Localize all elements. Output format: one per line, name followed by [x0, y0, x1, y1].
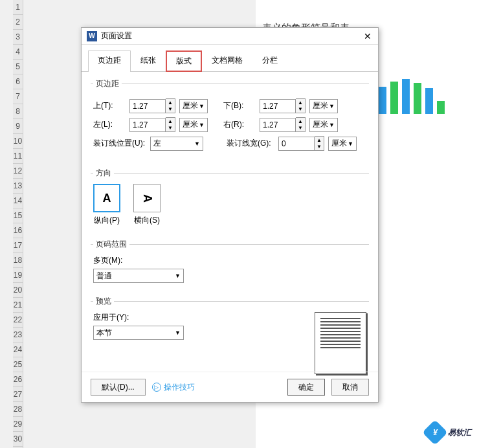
- left-label: 左(L):: [93, 119, 127, 130]
- tab-margins[interactable]: 页边距: [88, 50, 131, 72]
- cancel-button[interactable]: 取消: [331, 379, 369, 396]
- top-label: 上(T):: [93, 100, 127, 111]
- portrait-option[interactable]: A 纵向(P): [93, 184, 120, 226]
- margins-legend: 页边距: [93, 78, 122, 89]
- gutter-pos-select[interactable]: 左▼: [150, 137, 203, 151]
- top-input[interactable]: ▲▼: [129, 98, 175, 113]
- orient-legend: 方向: [93, 168, 114, 179]
- tips-link[interactable]: ▷操作技巧: [152, 382, 195, 393]
- page-portrait-icon: A: [103, 192, 111, 205]
- tab-layout[interactable]: 版式: [166, 50, 202, 72]
- range-legend: 页码范围: [93, 239, 129, 250]
- apply-select[interactable]: 本节▼: [93, 326, 184, 340]
- dialog-title: 页面设置: [101, 30, 362, 41]
- preview-group: 预览 应用于(Y): 本节▼: [91, 296, 369, 382]
- left-input[interactable]: ▲▼: [129, 117, 175, 132]
- spin-down-icon[interactable]: ▼: [166, 106, 175, 113]
- info-icon: ▷: [152, 383, 161, 392]
- button-bar: 默认(D)... ▷操作技巧 确定 取消: [82, 372, 378, 402]
- right-label: 右(R):: [223, 119, 257, 130]
- unit-select[interactable]: 厘米▼: [179, 99, 208, 113]
- tab-bar: 页边距 纸张 版式 文档网格 分栏: [82, 45, 378, 72]
- multi-label: 多页(M):: [93, 255, 366, 266]
- orientation-group: 方向 A 纵向(P) A 横向(S): [91, 168, 369, 234]
- gutter-pos-label: 装订线位置(U):: [93, 138, 148, 149]
- unit-select[interactable]: 厘米▼: [309, 99, 338, 113]
- spin-up-icon[interactable]: ▲: [315, 137, 324, 144]
- default-button[interactable]: 默认(D)...: [91, 379, 146, 396]
- right-input[interactable]: ▲▼: [260, 117, 306, 132]
- bottom-label: 下(B):: [223, 100, 257, 111]
- spin-up-icon[interactable]: ▲: [166, 99, 175, 106]
- spin-down-icon[interactable]: ▼: [166, 125, 175, 132]
- tab-paper[interactable]: 纸张: [131, 50, 166, 72]
- page-setup-dialog: W 页面设置 ✕ 页边距 纸张 版式 文档网格 分栏 页边距 上(T): ▲▼ …: [81, 27, 379, 403]
- spin-down-icon[interactable]: ▼: [296, 125, 305, 132]
- dialog-body: 页边距 上(T): ▲▼ 厘米▼ 下(B): ▲▼ 厘米▼ 左(L): ▲▼ 厘…: [82, 72, 378, 394]
- tab-columns[interactable]: 分栏: [252, 50, 287, 72]
- word-icon: W: [87, 31, 97, 41]
- gutter-w-input[interactable]: ▲▼: [278, 136, 324, 151]
- spin-down-icon[interactable]: ▼: [315, 144, 324, 151]
- spin-up-icon[interactable]: ▲: [166, 118, 175, 125]
- margins-group: 页边距 上(T): ▲▼ 厘米▼ 下(B): ▲▼ 厘米▼ 左(L): ▲▼ 厘…: [91, 78, 369, 162]
- titlebar: W 页面设置 ✕: [82, 28, 378, 45]
- ok-button[interactable]: 确定: [287, 379, 325, 396]
- tab-grid[interactable]: 文档网格: [202, 50, 252, 72]
- landscape-option[interactable]: A 横向(S): [133, 184, 161, 226]
- watermark-logo: ¥ 易软汇: [426, 423, 471, 442]
- unit-select[interactable]: 厘米▼: [309, 118, 338, 132]
- gutter-w-label: 装订线宽(G):: [227, 138, 276, 149]
- unit-select[interactable]: 厘米▼: [328, 137, 357, 151]
- page-landscape-icon: A: [140, 194, 154, 203]
- multi-select[interactable]: 普通▼: [93, 269, 184, 283]
- spin-up-icon[interactable]: ▲: [296, 118, 305, 125]
- vertical-ruler: 1234567891011121314151617181920212223242…: [13, 0, 23, 448]
- page-preview-icon: [315, 312, 366, 374]
- logo-icon: ¥: [422, 420, 448, 445]
- page-range-group: 页码范围 多页(M): 普通▼: [91, 239, 369, 291]
- spin-up-icon[interactable]: ▲: [296, 99, 305, 106]
- close-button[interactable]: ✕: [362, 31, 373, 41]
- spin-down-icon[interactable]: ▼: [296, 106, 305, 113]
- bottom-input[interactable]: ▲▼: [260, 98, 306, 113]
- unit-select[interactable]: 厘米▼: [179, 118, 208, 132]
- preview-legend: 预览: [93, 296, 114, 307]
